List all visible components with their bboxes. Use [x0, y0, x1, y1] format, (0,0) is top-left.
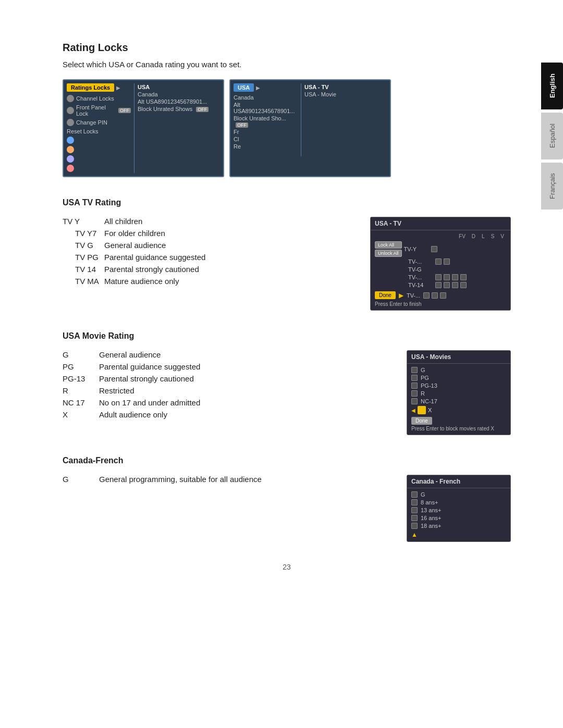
rating-row-tvg: TV G General audience — [63, 241, 354, 250]
lang-tab-english[interactable]: English — [541, 63, 563, 109]
canada-panel-row-g: G — [411, 491, 506, 498]
left-menu-2: USA ▶ Canada Alt USA89012345678901... Bl… — [234, 83, 301, 156]
usa-tv-ratings-list: TV Y All children TV Y7 For older childr… — [63, 217, 354, 289]
movie-x-selected-box[interactable] — [418, 406, 426, 414]
lock-all-btn[interactable]: Lock All — [375, 241, 402, 249]
tv-row-tv7: TV-... — [375, 258, 506, 265]
unlock-all-btn[interactable]: Unlock All — [375, 250, 402, 257]
tv-header-row: FV D L S V — [375, 233, 506, 239]
right-submenu-2: USA - TV USA - Movie — [301, 83, 385, 98]
menu-row-frontpanel: Front Panel Lock OFF — [67, 103, 131, 118]
canada-french-panel-title: Canada - French — [407, 475, 510, 488]
movie-panel-row-r: R — [411, 390, 506, 397]
usa-tv-panel-title: USA - TV — [371, 217, 510, 230]
movie-row-x: X Adult audience only — [63, 410, 391, 419]
movies-press-enter: Press Enter to block movies rated X — [411, 426, 506, 431]
rating-row-tvy: TV Y All children — [63, 217, 354, 226]
menu-row-icon4 — [67, 164, 131, 173]
movie-panel-row-pg13: PG-13 — [411, 382, 506, 389]
usa-movie-section: USA Movie Rating G General audience PG P… — [63, 331, 511, 435]
canada-panel-row-13: 13 ans+ — [411, 507, 506, 513]
main-content: Rating Locks Select which USA or Canada … — [63, 42, 511, 571]
sub-row-canada: Canada — [138, 91, 218, 98]
usa-movies-panel-body: G PG PG-13 R — [407, 364, 510, 435]
page-number: 23 — [63, 563, 511, 571]
menu-highlight-2: USA ▶ — [234, 83, 298, 92]
lang-tab-espanol[interactable]: Español — [541, 113, 563, 159]
icon4 — [67, 165, 74, 172]
icon1 — [67, 137, 74, 144]
usa-tv-section: USA TV Rating TV Y All children TV Y7 Fo… — [63, 198, 511, 311]
s2-alt-usa: Alt USA89012345678901... — [234, 101, 298, 115]
usa-movies-panel: USA - Movies G PG PG-13 — [407, 350, 511, 435]
screenshots-row: Ratings Locks ▶ Channel Locks Front Pane… — [63, 79, 511, 177]
movie-row-pg13: PG-13 Parental strongly cautioned — [63, 374, 391, 383]
canada-panel-row-8: 8 ans+ — [411, 499, 506, 505]
tv-row-tvpg: TV-... — [375, 274, 506, 280]
movie-row-pg: PG Parental guidance suggested — [63, 362, 391, 371]
canada-french-layout: G General programming, suitable for all … — [63, 475, 511, 542]
page-title: Rating Locks — [63, 42, 511, 54]
usa-movie-title: USA Movie Rating — [63, 331, 511, 341]
tvma-checkboxes — [423, 292, 446, 299]
usa-movie-layout: G General audience PG Parental guidance … — [63, 350, 511, 435]
usa-tv-layout: TV Y All children TV Y7 For older childr… — [63, 217, 511, 311]
canada-panel-row-16: 16 ans+ — [411, 515, 506, 521]
screen-panel-1: Ratings Locks ▶ Channel Locks Front Pane… — [63, 79, 224, 177]
menu-row-icon1 — [67, 135, 131, 145]
rating-row-tvpg: TV PG Parental guidance suggested — [63, 253, 354, 262]
usa-tv-title: USA TV Rating — [63, 198, 511, 207]
channel-locks-icon — [67, 95, 74, 102]
s2-cl: Cl — [234, 135, 298, 143]
sub-row-usa-tv: USA - TV — [304, 83, 385, 91]
movie-row-g: G General audience — [63, 350, 391, 359]
movie-panel-row-x: ◀ X — [411, 406, 506, 414]
menu-highlight-1: Ratings Locks ▶ — [67, 83, 131, 92]
usa-tv-panel: USA - TV FV D L S V Lock All Unlock All — [370, 217, 511, 311]
movie-panel-row-pg: PG — [411, 375, 506, 381]
rating-row-tvma: TV MA Mature audience only — [63, 277, 354, 286]
rating-row-tvy7: TV Y7 For older children — [63, 229, 354, 238]
intro-text: Select which USA or Canada rating you wa… — [63, 60, 511, 69]
tv-done-row: Done ▶ TV-... — [375, 291, 506, 299]
icon3 — [67, 155, 74, 163]
tvy-checkboxes — [431, 246, 437, 252]
canada-french-panel-body: G 8 ans+ 13 ans+ 16 ans+ — [407, 488, 510, 541]
usa-tv-panel-body: FV D L S V Lock All Unlock All TV-Y — [371, 230, 510, 310]
menu-row-icon3 — [67, 154, 131, 164]
movies-done-btn[interactable]: Done — [411, 417, 432, 425]
canada-row-g: G General programming, suitable for all … — [63, 475, 391, 484]
canada-panel-row-18: 18 ans+ — [411, 523, 506, 529]
usa-movies-panel-title: USA - Movies — [407, 351, 510, 364]
screen-panel-2: USA ▶ Canada Alt USA89012345678901... Bl… — [229, 79, 391, 177]
menu-row-resetlocks: Reset Locks — [67, 127, 131, 135]
right-submenu-1: USA Canada Alt USA89012345678901... Bloc… — [134, 83, 218, 113]
done-arrow: ▶ — [399, 292, 403, 299]
tv14-checkboxes — [435, 282, 467, 288]
movie-row-r: R Restricted — [63, 386, 391, 395]
sub-row-alt-usa: Alt USA89012345678901... — [138, 98, 218, 105]
movie-row-nc17: NC 17 No on 17 and under admitted — [63, 398, 391, 407]
movie-selected-arrow: ◀ — [411, 408, 415, 413]
canada-bottom-arrow: ▲ — [411, 531, 418, 538]
change-pin-icon — [67, 119, 74, 126]
movie-panel-row-g: G — [411, 367, 506, 373]
s2-fr: Fr — [234, 128, 298, 135]
tv-row-tvy: Lock All Unlock All TV-Y — [375, 241, 506, 257]
s2-block-unrated: Block Unrated Sho... OFF — [234, 115, 298, 128]
lang-tab-francais[interactable]: Français — [541, 163, 563, 209]
front-panel-icon — [67, 107, 74, 114]
sub-row-usa: USA — [138, 83, 218, 91]
canada-french-ratings-list: G General programming, suitable for all … — [63, 475, 391, 487]
s2-re: Re — [234, 143, 298, 150]
tv7-checkboxes — [435, 258, 450, 265]
sub-row-block-unrated: Block Unrated Shows OFF — [138, 105, 218, 113]
menu-row-changepin: Change PIN — [67, 118, 131, 127]
canada-french-panel: Canada - French G 8 ans+ 13 ans+ — [407, 475, 511, 542]
tv-done-btn[interactable]: Done — [375, 291, 396, 299]
rating-row-tv14: TV 14 Parental strongly cautioned — [63, 265, 354, 274]
tv-press-enter: Press Enter to finish — [375, 301, 506, 307]
menu-row-icon2 — [67, 145, 131, 154]
left-menu-1: Ratings Locks ▶ Channel Locks Front Pane… — [67, 83, 134, 173]
tv-row-tvg: TV-G — [375, 266, 506, 273]
